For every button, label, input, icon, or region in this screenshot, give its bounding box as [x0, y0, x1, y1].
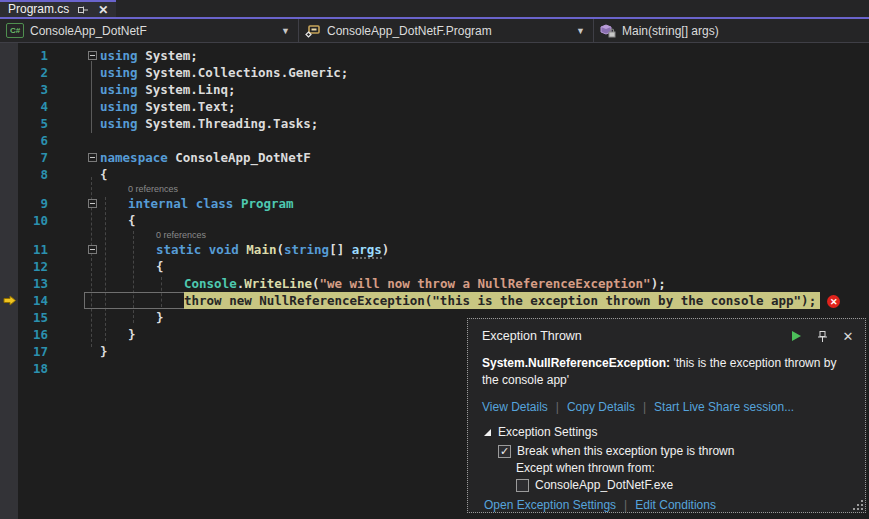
- fold-margin-cell: [84, 153, 100, 162]
- codelens-references[interactable]: 0 references: [156, 230, 206, 240]
- line-number: 3: [18, 82, 48, 97]
- glyph-cell: [0, 149, 18, 166]
- line-number: 8: [18, 167, 48, 182]
- glyph-cell: [0, 166, 18, 183]
- codelens-row: 0 references: [0, 229, 869, 241]
- code-line[interactable]: 12{: [0, 258, 869, 275]
- code-line[interactable]: 10{: [0, 212, 869, 229]
- line-number: 5: [18, 116, 48, 131]
- code-text: Console.WriteLine("we will now throw a N…: [100, 276, 869, 291]
- csharp-project-icon: C#: [6, 23, 24, 38]
- pin-icon[interactable]: [815, 329, 829, 343]
- project-name: ConsoleApp_DotNetF: [30, 24, 147, 38]
- type-dropdown[interactable]: ConsoleApp_DotNetF.Program ▼: [299, 19, 594, 42]
- break-label: Break when this exception type is thrown: [517, 444, 734, 458]
- code-text: using System.Threading.Tasks;: [100, 116, 869, 131]
- project-dropdown[interactable]: C# ConsoleApp_DotNetF ▼: [0, 19, 299, 42]
- glyph-cell: [0, 326, 18, 343]
- code-line[interactable]: 5using System.Threading.Tasks;: [0, 115, 869, 132]
- code-line[interactable]: 4using System.Text;: [0, 98, 869, 115]
- line-number: 17: [18, 344, 48, 359]
- close-icon[interactable]: ✕: [841, 329, 855, 343]
- line-number: 12: [18, 259, 48, 274]
- glyph-cell: [0, 115, 18, 132]
- exception-icon[interactable]: ✕: [827, 295, 840, 308]
- chevron-down-icon: ▼: [281, 26, 290, 36]
- codelens-row: 0 references: [0, 183, 869, 195]
- code-line[interactable]: 3using System.Linq;: [0, 81, 869, 98]
- current-statement-arrow-icon: [0, 292, 18, 309]
- glyph-cell: [0, 98, 18, 115]
- line-number: 13: [18, 276, 48, 291]
- tab-program-cs[interactable]: Program.cs ✕: [0, 0, 116, 17]
- module-checkbox[interactable]: [516, 479, 529, 492]
- line-number: 10: [18, 213, 48, 228]
- glyph-cell: [0, 241, 18, 258]
- line-number: 1: [18, 48, 48, 63]
- continue-play-icon[interactable]: [789, 329, 803, 343]
- glyph-cell: [0, 360, 18, 377]
- line-number: 6: [18, 133, 48, 148]
- fold-margin-cell: [84, 199, 100, 208]
- exception-settings-label: Exception Settings: [498, 425, 597, 439]
- line-number: 14: [18, 293, 48, 308]
- resize-grip[interactable]: [851, 498, 863, 510]
- chevron-down-icon: ▼: [576, 26, 585, 36]
- except-when-label: Except when thrown from:: [516, 461, 655, 475]
- member-dropdown[interactable]: Main(string[] args): [594, 19, 869, 42]
- code-line[interactable]: 11static void Main(string[] args): [0, 241, 869, 258]
- code-text: throw new NullReferenceException("this i…: [100, 293, 869, 308]
- codelens-references[interactable]: 0 references: [128, 184, 178, 194]
- glyph-cell: [0, 195, 18, 212]
- glyph-cell: [0, 309, 18, 326]
- code-line[interactable]: 6: [0, 132, 869, 149]
- live-share-link[interactable]: Start Live Share session...: [654, 400, 794, 414]
- fold-collapse-box[interactable]: [88, 199, 97, 208]
- break-checkbox[interactable]: ✓: [498, 445, 511, 458]
- glyph-cell: [0, 81, 18, 98]
- document-tab-bar: Program.cs ✕: [0, 0, 869, 19]
- code-text: using System.Collections.Generic;: [100, 65, 869, 80]
- close-icon[interactable]: ✕: [97, 4, 109, 16]
- exception-helper-popup: Exception Thrown ✕ System.NullReferenceE…: [467, 318, 866, 513]
- glyph-cell: [0, 212, 18, 229]
- code-line[interactable]: 9internal class Program: [0, 195, 869, 212]
- fold-margin-cell: [84, 51, 100, 60]
- glyph-cell: [0, 132, 18, 149]
- copy-details-link[interactable]: Copy Details: [567, 400, 635, 414]
- line-number: 15: [18, 310, 48, 325]
- open-exception-settings-link[interactable]: Open Exception Settings: [484, 498, 616, 512]
- code-text: namespace ConsoleApp_DotNetF: [100, 150, 869, 165]
- fold-collapse-box[interactable]: [88, 51, 97, 60]
- popup-title: Exception Thrown: [482, 329, 789, 343]
- exception-message: System.NullReferenceException: 'this is …: [482, 355, 854, 389]
- code-line[interactable]: 7namespace ConsoleApp_DotNetF: [0, 149, 869, 166]
- line-number: 16: [18, 327, 48, 342]
- code-line[interactable]: 13Console.WriteLine("we will now throw a…: [0, 275, 869, 292]
- edit-conditions-link[interactable]: Edit Conditions: [635, 498, 716, 512]
- glyph-cell: [0, 275, 18, 292]
- glyph-cell: [0, 64, 18, 81]
- exception-settings-expander[interactable]: Exception Settings: [482, 425, 855, 439]
- code-text: using System.Linq;: [100, 82, 869, 97]
- line-number: 4: [18, 99, 48, 114]
- module-label: ConsoleApp_DotNetF.exe: [535, 478, 673, 492]
- collapse-triangle-icon: [482, 427, 492, 437]
- code-line[interactable]: 2using System.Collections.Generic;: [0, 64, 869, 81]
- line-number: 2: [18, 65, 48, 80]
- glyph-cell: [0, 258, 18, 275]
- private-method-icon: [600, 24, 616, 38]
- code-text: {: [100, 213, 869, 228]
- fold-collapse-box[interactable]: [88, 245, 97, 254]
- code-line[interactable]: 14throw new NullReferenceException("this…: [0, 292, 869, 309]
- code-text: {: [100, 259, 869, 274]
- view-details-link[interactable]: View Details: [482, 400, 548, 414]
- code-text: using System;: [100, 48, 869, 63]
- fold-collapse-box[interactable]: [88, 153, 97, 162]
- code-line[interactable]: 8{: [0, 166, 869, 183]
- pin-icon[interactable]: [77, 4, 89, 16]
- code-text: static void Main(string[] args): [100, 242, 869, 257]
- code-text: {: [100, 167, 869, 182]
- code-line[interactable]: 1using System;: [0, 47, 869, 64]
- exception-type: System.NullReferenceException:: [482, 356, 670, 370]
